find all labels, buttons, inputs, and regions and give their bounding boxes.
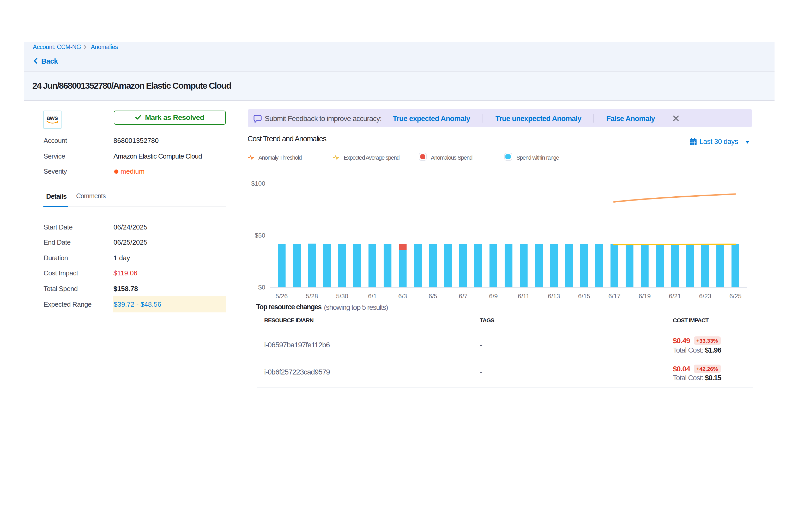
- svg-text:5/28: 5/28: [306, 292, 318, 300]
- svg-text:6/17: 6/17: [608, 292, 621, 300]
- svg-text:6/11: 6/11: [518, 292, 530, 300]
- svg-text:6/7: 6/7: [459, 292, 467, 300]
- svg-text:$100: $100: [251, 180, 265, 187]
- svg-text:6/9: 6/9: [489, 292, 498, 300]
- svg-text:$50: $50: [255, 232, 265, 239]
- svg-text:6/21: 6/21: [669, 292, 681, 300]
- svg-text:5/30: 5/30: [336, 292, 348, 300]
- svg-text:$0: $0: [258, 284, 265, 291]
- svg-text:6/5: 6/5: [429, 292, 437, 300]
- svg-text:6/25: 6/25: [729, 292, 742, 300]
- svg-text:6/15: 6/15: [578, 292, 590, 300]
- svg-text:6/19: 6/19: [639, 292, 651, 300]
- svg-text:6/1: 6/1: [368, 292, 377, 300]
- svg-text:6/13: 6/13: [548, 292, 560, 300]
- svg-text:6/23: 6/23: [699, 292, 711, 300]
- svg-text:5/26: 5/26: [276, 292, 288, 300]
- svg-text:6/3: 6/3: [398, 292, 407, 300]
